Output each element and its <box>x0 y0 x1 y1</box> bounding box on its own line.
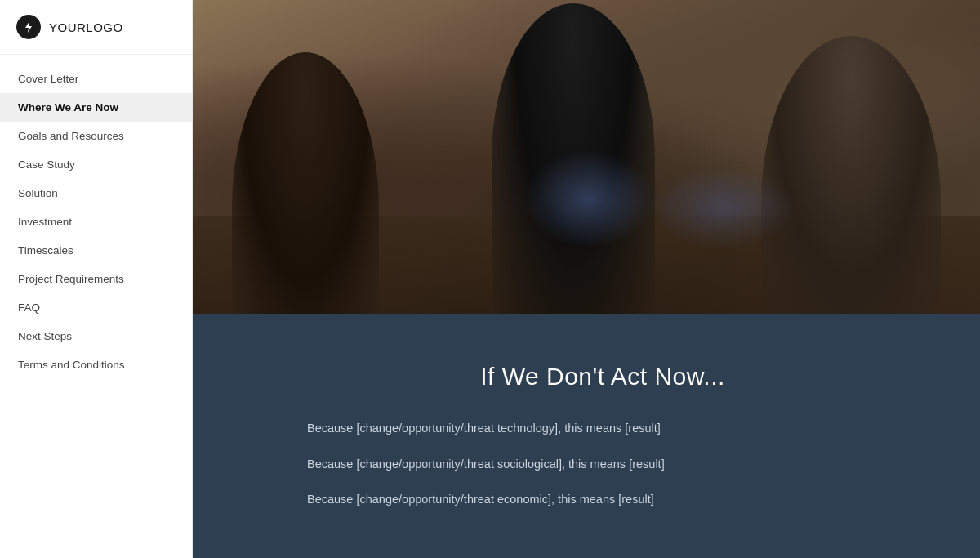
sidebar-link-case-study[interactable]: Case Study <box>0 150 192 179</box>
sidebar-link-where-we-are-now[interactable]: Where We Are Now <box>0 93 192 122</box>
sidebar-item-goals-and-resources[interactable]: Goals and Resources <box>0 122 192 150</box>
bullet-item: Because [change/opportunity/threat econo… <box>258 491 947 509</box>
sidebar-item-timescales[interactable]: Timescales <box>0 236 192 265</box>
sidebar-link-goals-and-resources[interactable]: Goals and Resources <box>0 122 192 150</box>
bullet-item: Because [change/opportunity/threat socio… <box>258 456 947 474</box>
sidebar-link-next-steps[interactable]: Next Steps <box>0 322 192 350</box>
sidebar: YOURLOGO Cover LetterWhere We Are NowGoa… <box>0 0 193 558</box>
logo-text: YOURLOGO <box>49 20 123 34</box>
hero-image <box>193 0 980 314</box>
sidebar-link-timescales[interactable]: Timescales <box>0 236 192 265</box>
logo-icon <box>16 15 41 39</box>
main-content: If We Don't Act Now... Because [change/o… <box>193 0 980 558</box>
sidebar-item-next-steps[interactable]: Next Steps <box>0 322 192 350</box>
laptop-glow2 <box>649 167 796 248</box>
sidebar-link-investment[interactable]: Investment <box>0 208 192 236</box>
sidebar-link-terms-and-conditions[interactable]: Terms and Conditions <box>0 350 192 379</box>
sidebar-link-solution[interactable]: Solution <box>0 179 192 208</box>
logo-bold: YOUR <box>49 20 86 34</box>
sidebar-link-cover-letter[interactable]: Cover Letter <box>0 65 192 93</box>
sidebar-item-terms-and-conditions[interactable]: Terms and Conditions <box>0 350 192 379</box>
sidebar-link-project-requirements[interactable]: Project Requirements <box>0 265 192 293</box>
bullet-list: Because [change/opportunity/threat techn… <box>258 420 947 509</box>
sidebar-item-faq[interactable]: FAQ <box>0 293 192 322</box>
sidebar-item-case-study[interactable]: Case Study <box>0 150 192 179</box>
svg-marker-0 <box>25 21 32 33</box>
sidebar-link-faq[interactable]: FAQ <box>0 293 192 322</box>
laptop-glow <box>523 150 654 248</box>
nav-list: Cover LetterWhere We Are NowGoals and Re… <box>0 55 192 389</box>
photo-simulation <box>193 0 980 314</box>
sidebar-item-where-we-are-now[interactable]: Where We Are Now <box>0 93 192 122</box>
logo-light: LOGO <box>86 20 122 34</box>
bullet-item: Because [change/opportunity/threat techn… <box>258 420 947 438</box>
text-section: If We Don't Act Now... Because [change/o… <box>193 314 980 558</box>
logo-area: YOURLOGO <box>0 0 192 55</box>
sidebar-item-investment[interactable]: Investment <box>0 208 192 236</box>
sidebar-item-cover-letter[interactable]: Cover Letter <box>0 65 192 93</box>
sidebar-item-solution[interactable]: Solution <box>0 179 192 208</box>
section-title: If We Don't Act Now... <box>258 363 947 391</box>
sidebar-item-project-requirements[interactable]: Project Requirements <box>0 265 192 293</box>
person-left <box>232 52 379 314</box>
